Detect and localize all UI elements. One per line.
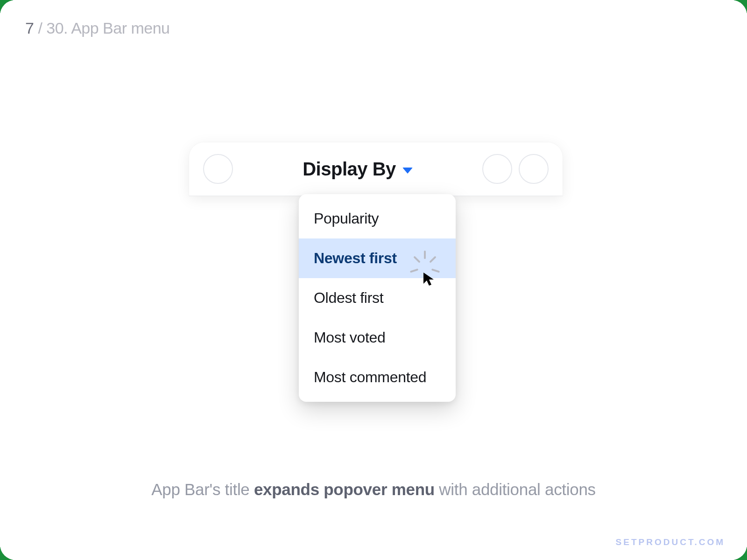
appbar-right-actions <box>482 154 549 184</box>
appbar-action-placeholder-2-icon[interactable] <box>519 154 549 184</box>
breadcrumb-dot: . <box>63 19 71 37</box>
appbar-action-placeholder-1-icon[interactable] <box>482 154 512 184</box>
caption: App Bar's title expands popover menu wit… <box>2 480 745 499</box>
appbar-left-placeholder-icon[interactable] <box>203 154 233 184</box>
caption-bold: expands popover menu <box>254 480 435 498</box>
caret-down-icon <box>402 168 413 174</box>
caption-pre: App Bar's title <box>151 480 254 498</box>
slide-frame: 7 / 30. App Bar menu Display By Populari… <box>2 2 745 558</box>
breadcrumb-current: 7 <box>25 19 34 37</box>
app-bar: Display By <box>189 142 563 196</box>
appbar-title-label: Display By <box>303 159 396 180</box>
breadcrumb-total: 30 <box>46 19 63 37</box>
caption-post: with additional actions <box>435 480 596 498</box>
menu-item-newest-first[interactable]: Newest first <box>299 238 456 278</box>
breadcrumb: 7 / 30. App Bar menu <box>25 19 170 37</box>
watermark: SETPRODUCT.COM <box>616 537 725 547</box>
appbar-title-dropdown[interactable]: Display By <box>233 159 482 180</box>
popover-menu: Popularity Newest first Oldest first Mos… <box>299 194 456 402</box>
menu-item-oldest-first[interactable]: Oldest first <box>299 278 456 318</box>
menu-item-most-voted[interactable]: Most voted <box>299 318 456 357</box>
menu-item-popularity[interactable]: Popularity <box>299 199 456 238</box>
menu-item-most-commented[interactable]: Most commented <box>299 357 456 397</box>
breadcrumb-sep: / <box>38 19 46 37</box>
breadcrumb-title: App Bar menu <box>71 19 169 37</box>
